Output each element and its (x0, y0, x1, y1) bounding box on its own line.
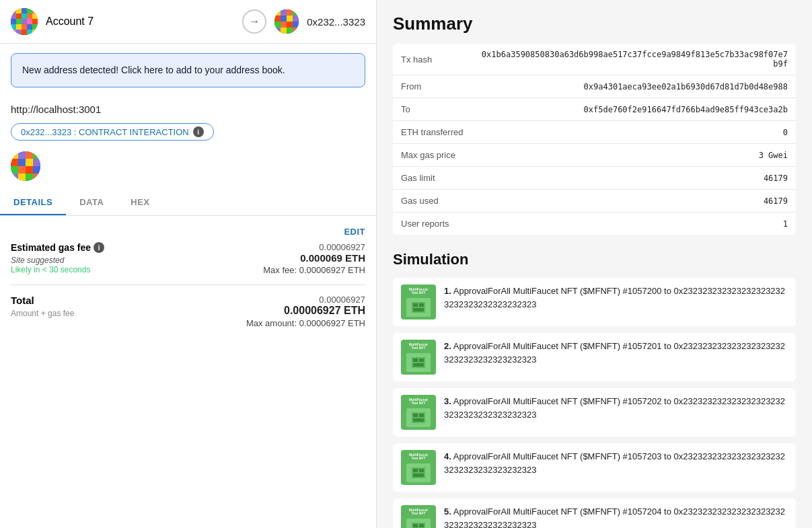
svg-rect-34 (287, 15, 293, 22)
svg-rect-54 (18, 166, 26, 174)
nft-thumbnail: MultiFaucetTest NFT (401, 340, 436, 375)
svg-rect-13 (22, 19, 27, 24)
svg-rect-21 (11, 30, 16, 35)
svg-rect-14 (27, 19, 32, 24)
svg-rect-33 (281, 15, 287, 22)
svg-rect-63 (419, 303, 424, 307)
table-cell-label: From (393, 75, 471, 98)
svg-rect-47 (26, 151, 33, 159)
svg-rect-4 (27, 8, 32, 13)
table-cell-value: 1 (471, 213, 796, 235)
table-row: Gas limit46179 (393, 167, 796, 190)
left-panel: Account 7 → 0x2 (0, 0, 377, 528)
simulation-text: 4. ApprovalForAll MultiFaucet NFT ($MFNF… (444, 450, 788, 476)
table-cell-label: Tx hash (393, 44, 471, 75)
svg-rect-66 (413, 359, 418, 362)
table-row: From0x9a4301aeca93ee02a1b6930d67d81d7b0d… (393, 75, 796, 98)
svg-rect-64 (413, 308, 424, 311)
svg-rect-12 (16, 19, 22, 24)
max-amount-label: Max amount: 0.00006927 ETH (246, 318, 365, 328)
gas-fee-block: Estimated gas fee i Site suggested Likel… (11, 238, 365, 285)
svg-rect-36 (274, 22, 281, 28)
total-label: Total (11, 295, 74, 306)
to-address-label: 0x232...3323 (307, 16, 365, 28)
svg-rect-15 (32, 19, 38, 24)
tab-hex[interactable]: HEX (117, 190, 163, 215)
svg-rect-23 (22, 30, 27, 35)
alert-text: New address detected! Click here to add … (22, 65, 285, 75)
tabs-bar: DETAILS DATA HEX (0, 190, 376, 216)
svg-rect-62 (413, 303, 418, 307)
details-section: EDIT Estimated gas fee i Site suggested … (0, 216, 376, 340)
svg-rect-71 (419, 414, 424, 417)
simulation-item: MultiFaucetTest NFT3. ApprovalForAll Mul… (393, 388, 796, 437)
nft-thumbnail: MultiFaucetTest NFT (401, 285, 436, 319)
svg-rect-43 (293, 28, 299, 34)
svg-rect-37 (281, 22, 287, 28)
info-icon[interactable]: i (193, 126, 204, 137)
svg-rect-49 (11, 159, 18, 166)
table-cell-value: 0x1b6a3590850830a63d6b998ae517c37fcce9a9… (471, 44, 796, 75)
table-cell-value: 0 (471, 121, 796, 144)
edit-button[interactable]: EDIT (344, 227, 365, 237)
gas-fee-label: Estimated gas fee i (11, 242, 104, 253)
svg-rect-18 (22, 24, 27, 30)
table-row: Gas used46179 (393, 190, 796, 213)
simulation-text: 1. ApprovalForAll MultiFaucet NFT ($MFNF… (444, 285, 788, 311)
svg-rect-31 (293, 9, 299, 15)
svg-rect-52 (33, 159, 40, 166)
svg-rect-2 (16, 8, 22, 13)
svg-rect-41 (281, 28, 287, 34)
table-row: ETH transferred0 (393, 121, 796, 144)
simulation-item: MultiFaucetTest NFT1. ApprovalForAll Mul… (393, 278, 796, 326)
svg-rect-17 (16, 24, 22, 30)
likely-label: Likely in < 30 seconds (11, 265, 104, 274)
svg-rect-25 (32, 30, 38, 35)
table-cell-label: To (393, 98, 471, 121)
svg-rect-35 (293, 15, 299, 22)
svg-rect-60 (33, 174, 40, 181)
site-url: http://localhost:3001 (0, 97, 376, 119)
svg-rect-70 (413, 414, 418, 417)
tab-data[interactable]: DATA (66, 190, 117, 215)
table-cell-value: 0xf5de760f2e916647fd766b4ad9e85ff943ce3a… (471, 98, 796, 121)
table-cell-value: 46179 (471, 167, 796, 190)
svg-rect-79 (419, 524, 424, 527)
account-bar: Account 7 → 0x2 (0, 0, 376, 44)
simulation-list: MultiFaucetTest NFT1. ApprovalForAll Mul… (393, 278, 796, 528)
table-cell-label: Gas used (393, 190, 471, 213)
table-cell-label: Max gas price (393, 144, 471, 167)
contract-badge[interactable]: 0x232...3323 : CONTRACT INTERACTION i (11, 123, 214, 141)
svg-rect-48 (33, 151, 40, 159)
svg-rect-76 (413, 474, 424, 477)
alert-box[interactable]: New address detected! Click here to add … (11, 53, 365, 87)
svg-rect-28 (274, 9, 281, 15)
max-fee-label: Max fee: 0.00006927 ETH (263, 265, 365, 275)
total-small-amount: 0.00006927 (246, 295, 365, 305)
svg-rect-11 (11, 19, 16, 24)
gas-big-amount: 0.000069 ETH (263, 252, 365, 264)
svg-rect-75 (419, 469, 424, 472)
table-cell-value: 0x9a4301aeca93ee02a1b6930d67d81d7b0d48e9… (471, 75, 796, 98)
svg-rect-78 (413, 524, 418, 527)
tab-details[interactable]: DETAILS (0, 190, 66, 215)
summary-title: Summary (393, 13, 796, 34)
svg-rect-55 (26, 166, 33, 174)
arrow-right-icon: → (242, 9, 266, 34)
svg-rect-45 (11, 151, 18, 159)
gas-small-amount: 0.00006927 (263, 242, 365, 252)
table-row: Max gas price3 Gwei (393, 144, 796, 167)
svg-rect-51 (26, 159, 33, 166)
gas-info-icon[interactable]: i (94, 242, 104, 253)
simulation-title: Simulation (393, 251, 796, 268)
total-block: Total Amount + gas fee 0.00006927 0.0000… (11, 285, 365, 334)
svg-rect-42 (287, 28, 293, 34)
simulation-text: 5. ApprovalForAll MultiFaucet NFT ($MFNF… (444, 505, 788, 528)
table-row: Tx hash0x1b6a3590850830a63d6b998ae517c37… (393, 44, 796, 75)
table-cell-label: ETH transferred (393, 121, 471, 144)
table-cell-value: 46179 (471, 190, 796, 213)
table-cell-label: User reports (393, 213, 471, 235)
right-panel: Summary Tx hash0x1b6a3590850830a63d6b998… (377, 0, 812, 528)
svg-rect-57 (11, 174, 18, 181)
svg-rect-1 (11, 8, 16, 13)
